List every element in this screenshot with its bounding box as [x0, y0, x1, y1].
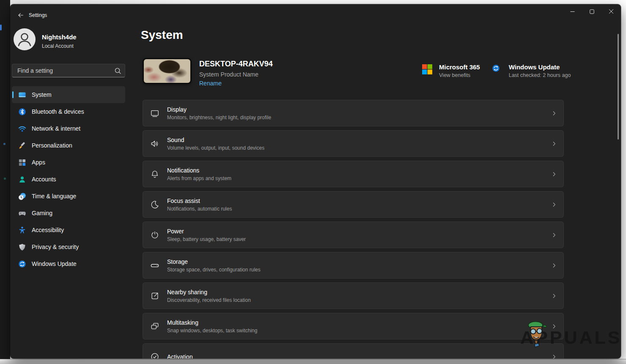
user-avatar[interactable]: [14, 28, 36, 50]
sidebar-item-label: Network & internet: [32, 125, 80, 132]
sound-icon: [150, 139, 159, 148]
bluetooth-icon: [18, 108, 26, 116]
sidebar-item-privacy-security[interactable]: Privacy & security: [12, 238, 125, 255]
back-arrow-icon: [17, 12, 24, 19]
close-button[interactable]: [601, 4, 621, 19]
promo-title: Microsoft 365: [439, 63, 480, 71]
row-subtitle: Snap windows, desktops, task switching: [167, 328, 257, 334]
chevron-right-icon: [551, 323, 557, 329]
promo-windows-update[interactable]: Windows UpdateLast checked: 2 hours ago: [492, 63, 571, 78]
settings-row-notifications[interactable]: NotificationsAlerts from apps and system: [143, 161, 564, 187]
sidebar-nav: SystemBluetooth & devicesNetwork & inter…: [12, 86, 125, 272]
row-title: Notifications: [167, 167, 231, 174]
page-title: System: [141, 28, 183, 42]
scrollbar-thumb[interactable]: [618, 34, 619, 140]
row-title: Activation: [167, 353, 193, 359]
settings-row-activation[interactable]: Activation: [143, 343, 564, 359]
sidebar-item-accounts[interactable]: Accounts: [12, 171, 125, 188]
privacy-security-icon: [18, 243, 26, 251]
focus-assist-icon: [150, 200, 159, 209]
nearby-sharing-icon: [150, 291, 159, 301]
row-title: Power: [167, 228, 246, 235]
back-button[interactable]: [14, 9, 28, 21]
user-name: Nightsh4de: [42, 33, 77, 41]
sidebar-item-label: Windows Update: [32, 260, 77, 267]
chevron-right-icon: [551, 202, 557, 208]
notifications-icon: [150, 170, 159, 179]
sidebar-item-label: Accounts: [32, 176, 56, 183]
settings-row-display[interactable]: DisplayMonitors, brightness, night light…: [143, 100, 564, 126]
rename-link[interactable]: Rename: [199, 80, 222, 87]
desktop-screenshot: Settings Nightsh4de Local Account: [0, 0, 626, 364]
sidebar-item-network-internet[interactable]: Network & internet: [12, 120, 125, 137]
settings-window: Settings Nightsh4de Local Account: [10, 4, 621, 359]
row-title: Sound: [167, 137, 264, 143]
row-title: Focus assist: [167, 197, 232, 204]
row-subtitle: Alerts from apps and system: [167, 175, 231, 181]
row-subtitle: Storage space, drives, configuration rul…: [167, 267, 261, 273]
chevron-right-icon: [551, 171, 557, 177]
search-icon[interactable]: [114, 67, 121, 76]
maximize-icon: [590, 9, 594, 14]
sidebar-item-bluetooth-devices[interactable]: Bluetooth & devices: [12, 103, 125, 120]
sidebar-item-label: Time & language: [32, 193, 76, 200]
search-box: [12, 64, 125, 77]
account-type-label: Local Account: [42, 43, 74, 49]
desktop-edge-left: [0, 0, 10, 359]
desktop-icon-fragment: [4, 178, 6, 180]
row-title: Storage: [167, 258, 261, 265]
windows-update-icon: [492, 64, 505, 72]
settings-row-sound[interactable]: SoundVolume levels, output, input, sound…: [143, 130, 564, 157]
chevron-right-icon: [551, 354, 557, 359]
time-language-icon: [18, 192, 26, 200]
chevron-right-icon: [551, 141, 557, 147]
search-input[interactable]: [12, 64, 125, 77]
minimize-icon: [570, 9, 575, 14]
apps-icon: [18, 159, 26, 167]
settings-row-storage[interactable]: StorageStorage space, drives, configurat…: [143, 252, 564, 279]
sidebar-item-system[interactable]: System: [12, 86, 125, 103]
maximize-button[interactable]: [582, 4, 601, 19]
caption-buttons: [563, 4, 621, 19]
sidebar-item-time-language[interactable]: Time & language: [12, 188, 125, 205]
sidebar-item-label: Privacy & security: [32, 244, 79, 250]
settings-row-focus-assist[interactable]: Focus assistNotifications, automatic rul…: [143, 191, 564, 218]
sidebar-item-apps[interactable]: Apps: [12, 154, 125, 171]
sidebar-item-label: Gaming: [32, 210, 52, 216]
promo-microsoft-365[interactable]: Microsoft 365View benefits: [422, 63, 480, 78]
selected-indicator: [12, 91, 14, 98]
settings-row-multitasking[interactable]: MultitaskingSnap windows, desktops, task…: [143, 313, 564, 339]
row-subtitle: Volume levels, output, input, sound devi…: [167, 145, 264, 151]
row-text: StorageStorage space, drives, configurat…: [167, 258, 261, 273]
chevron-right-icon: [551, 110, 557, 116]
window-title: Settings: [29, 12, 47, 18]
sidebar-item-gaming[interactable]: Gaming: [12, 205, 125, 222]
promo-texts: Microsoft 365View benefits: [439, 63, 480, 78]
sidebar-item-label: Apps: [32, 159, 45, 166]
row-text: SoundVolume levels, output, input, sound…: [167, 137, 264, 151]
taskbar-edge: [0, 359, 626, 364]
row-subtitle: Discoverability, received files location: [167, 297, 251, 303]
promo-title: Windows Update: [509, 63, 571, 71]
network-icon: [18, 125, 26, 133]
row-text: Activation: [167, 353, 193, 359]
minimize-button[interactable]: [563, 4, 582, 19]
row-text: PowerSleep, battery usage, battery saver: [167, 228, 246, 242]
promo-texts: Windows UpdateLast checked: 2 hours ago: [509, 63, 571, 78]
sidebar-item-label: System: [32, 91, 52, 98]
promo-subtitle: Last checked: 2 hours ago: [509, 72, 571, 78]
device-name: DESKTOP-4RAKV94: [199, 60, 273, 68]
display-icon: [150, 109, 159, 118]
system-icon: [18, 91, 26, 99]
accessibility-icon: [18, 226, 26, 234]
sidebar-item-accessibility[interactable]: Accessibility: [12, 222, 125, 238]
chevron-right-icon: [551, 263, 557, 268]
chevron-right-icon: [551, 293, 557, 299]
row-subtitle: Monitors, brightness, night light, displ…: [167, 115, 271, 120]
close-icon: [609, 9, 614, 14]
sidebar-item-windows-update[interactable]: Windows Update: [12, 255, 125, 272]
settings-row-power[interactable]: PowerSleep, battery usage, battery saver: [143, 222, 564, 248]
sidebar-item-personalization[interactable]: Personalization: [12, 137, 125, 154]
row-text: MultitaskingSnap windows, desktops, task…: [167, 319, 257, 334]
settings-row-nearby-sharing[interactable]: Nearby sharingDiscoverability, received …: [143, 282, 564, 309]
